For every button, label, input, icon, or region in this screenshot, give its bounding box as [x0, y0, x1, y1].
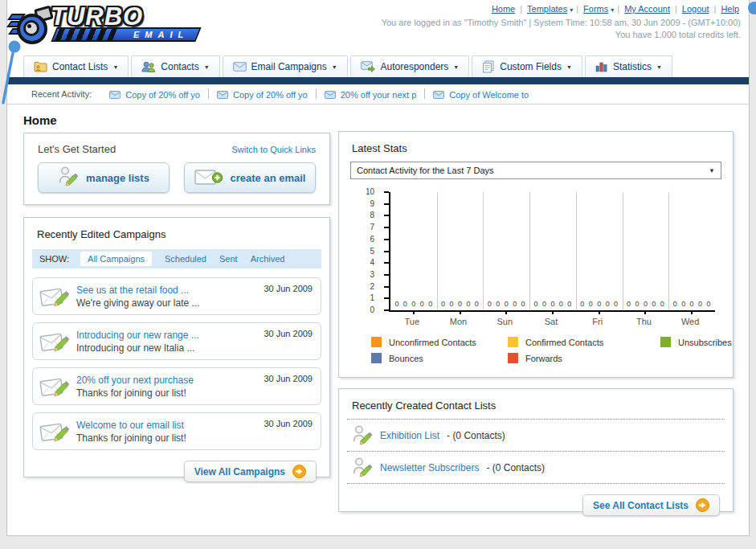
chart-y-axis: 012345678910 — [357, 192, 384, 310]
recent-activity-link[interactable]: Copy of Welcome to — [449, 90, 529, 100]
arrow-circle-icon — [292, 465, 306, 478]
chart-value-label: 0 — [550, 300, 554, 308]
contact-list-row[interactable]: Exhibition List - (0 Contacts) — [339, 420, 733, 451]
legend-swatch — [371, 353, 382, 363]
envelope-pencil-icon — [39, 285, 70, 309]
chart-gridline — [668, 192, 669, 310]
legend-item: Confirmed Contacts — [508, 337, 660, 347]
legend-item: Unsubscribes — [660, 337, 733, 347]
nav-separator: | — [675, 4, 677, 14]
recent-activity-bar: Recent Activity: Copy of 20% off yoCopy … — [7, 84, 749, 104]
chart-value-label: 0 — [428, 300, 432, 308]
header: TURBO EMAIL Home|Templates▾|Forms▾|My Ac… — [7, 0, 749, 50]
chart-value-label: 0 — [450, 300, 454, 308]
x-axis-tick-label: Fri — [574, 317, 621, 326]
contact-list-row[interactable]: Newsletter Subscribers - (0 Contacts) — [339, 452, 733, 483]
filter-archived[interactable]: Archived — [251, 254, 285, 264]
manage-lists-button[interactable]: manage lists — [38, 162, 170, 193]
y-axis-tick-label: 8 — [357, 211, 374, 219]
campaign-card[interactable]: 20% off your next purchaseThanks for joi… — [32, 367, 321, 405]
y-axis-tick — [384, 239, 389, 240]
chart-value-label: 0 — [660, 300, 664, 308]
recent-activity-link[interactable]: Copy of 20% off yo — [125, 90, 200, 100]
filter-all-campaigns[interactable]: All Campaigns — [80, 252, 152, 266]
campaign-title-link[interactable]: Welcome to our email list — [76, 420, 186, 431]
create-email-label: create an email — [231, 172, 306, 184]
tab-label: Email Campaigns — [251, 61, 327, 72]
tab-email-campaigns[interactable]: Email Campaigns▼ — [223, 55, 348, 77]
recent-activity-item[interactable]: Copy of 20% off yo — [109, 90, 200, 100]
email-campaigns-icon — [233, 62, 247, 72]
chart-value-group: 00000 — [529, 300, 576, 308]
campaign-filter-bar: SHOW: All CampaignsScheduledSentArchived — [32, 249, 321, 268]
filter-sent[interactable]: Sent — [219, 254, 238, 264]
recently-created-contact-lists-panel: Recently Created Contact Lists Exhibitio… — [338, 388, 734, 512]
contact-list-link[interactable]: Exhibition List — [380, 430, 439, 441]
chart-value-label: 0 — [597, 300, 601, 308]
manage-lists-label: manage lists — [86, 172, 149, 184]
stats-period-value: Contact Activity for the Last 7 Days — [357, 166, 494, 175]
campaign-title-link[interactable]: See us at the retail food ... — [76, 285, 199, 296]
chevron-down-icon: ▼ — [332, 64, 337, 70]
chart-gridline — [529, 192, 530, 310]
chevron-down-icon: ▾ — [570, 6, 573, 14]
campaign-title-link[interactable]: Introducing our new range ... — [76, 330, 199, 341]
campaign-card[interactable]: See us at the retail food ...We're givin… — [32, 277, 321, 315]
tab-custom-fields[interactable]: Custom Fields▼ — [472, 55, 582, 77]
tab-contact-lists[interactable]: Contact Lists▼ — [23, 55, 129, 77]
nav-link-forms[interactable]: Forms — [583, 4, 608, 14]
y-axis-tick — [384, 297, 389, 299]
campaign-title-link[interactable]: 20% off your next purchase — [76, 375, 194, 386]
chart-value-label: 0 — [606, 300, 610, 308]
get-started-panel: Let's Get Started Switch to Quick Links … — [23, 133, 330, 205]
chart-value-group: 00000 — [576, 300, 623, 308]
nav-link-templates[interactable]: Templates — [527, 4, 567, 14]
nav-link-logout[interactable]: Logout — [682, 4, 709, 14]
chart-value-label: 0 — [458, 300, 462, 308]
envelope-icon — [217, 91, 228, 99]
see-all-contact-lists-button[interactable]: See All Contact Lists — [582, 494, 720, 516]
y-axis-tick — [384, 203, 389, 205]
legend-swatch — [371, 337, 382, 347]
tab-statistics[interactable]: Statistics▼ — [585, 55, 672, 77]
chart-value-group: 00000 — [623, 300, 669, 308]
dotted-divider — [347, 483, 725, 484]
stats-period-dropdown[interactable]: Contact Activity for the Last 7 Days ▼ — [350, 162, 721, 179]
chart-value-label: 0 — [580, 300, 584, 308]
recent-activity-item[interactable]: Copy of 20% off yo — [217, 90, 308, 100]
campaign-card[interactable]: Welcome to our email listThanks for join… — [32, 412, 321, 450]
y-axis-tick — [384, 309, 389, 311]
get-started-title: Let's Get Started — [38, 143, 116, 155]
chart-value-label: 0 — [534, 300, 538, 308]
y-axis-tick-label: 0 — [357, 305, 374, 314]
campaign-card[interactable]: Introducing our new range ...Introducing… — [32, 322, 321, 360]
recent-activity-item[interactable]: Copy of Welcome to — [433, 90, 529, 100]
chart-gridline — [437, 192, 438, 310]
contact-list-rows: Exhibition List - (0 Contacts)Newsletter… — [339, 419, 733, 484]
show-label: SHOW: — [39, 254, 69, 264]
contact-list-link[interactable]: Newsletter Subscribers — [380, 462, 479, 473]
recent-activity-link[interactable]: 20% off your next p — [341, 90, 417, 100]
create-email-button[interactable]: create an email — [184, 162, 316, 193]
person-pencil-icon — [352, 457, 373, 478]
recent-activity-link[interactable]: Copy of 20% off yo — [233, 90, 308, 100]
chart-value-label: 0 — [505, 300, 509, 308]
envelope-pencil-icon — [39, 375, 70, 399]
tab-contacts[interactable]: Contacts▼ — [131, 55, 219, 77]
campaign-date: 30 Jun 2009 — [264, 281, 313, 293]
person-pencil-icon — [352, 424, 373, 446]
tab-label: Contact Lists — [52, 61, 108, 72]
contact-lists-panel-title: Recently Created Contact Lists — [339, 389, 733, 419]
filter-scheduled[interactable]: Scheduled — [165, 254, 206, 264]
recent-activity-item[interactable]: 20% off your next p — [325, 90, 417, 100]
campaigns-button-row: View All Campaigns — [24, 461, 317, 482]
y-axis-tick-label: 5 — [357, 247, 374, 256]
switch-to-quick-links[interactable]: Switch to Quick Links — [231, 145, 316, 154]
view-all-campaigns-button[interactable]: View All Campaigns — [184, 461, 317, 482]
nav-link-home[interactable]: Home — [492, 4, 515, 14]
y-axis-tick-label: 4 — [357, 258, 374, 267]
nav-link-help[interactable]: Help — [721, 4, 739, 14]
nav-link-my-account[interactable]: My Account — [624, 4, 670, 14]
tab-autoresponders[interactable]: Autoresponders▼ — [350, 55, 470, 77]
app-window: TURBO EMAIL Home|Templates▾|Forms▾|My Ac… — [6, 0, 750, 536]
